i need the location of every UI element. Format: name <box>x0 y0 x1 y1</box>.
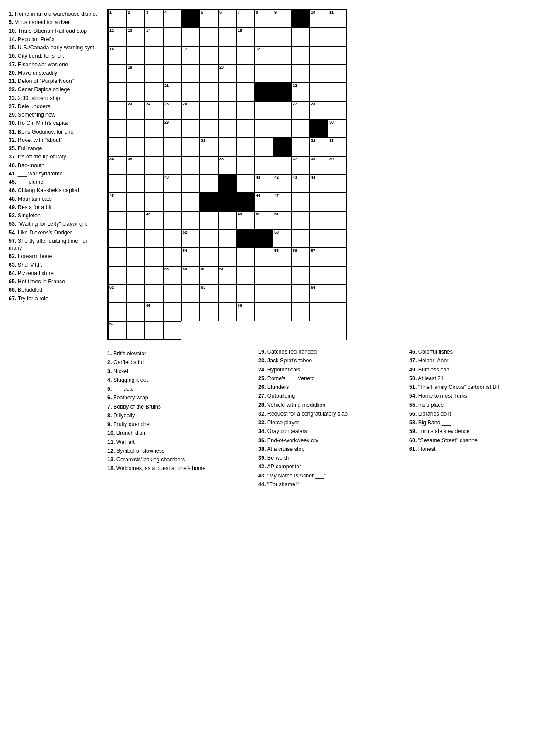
cell-r14-c6[interactable]: 63 <box>200 285 218 303</box>
cell-r10-c5[interactable]: 47 <box>273 193 291 211</box>
cell-r5-c10[interactable]: 26 <box>181 101 200 120</box>
cell-r9-c15[interactable] <box>181 193 200 211</box>
cell-r12-c14[interactable]: 55 <box>273 248 291 266</box>
cell-r13-c5[interactable] <box>145 266 163 285</box>
cell-r12-c2[interactable] <box>291 230 310 248</box>
cell-r2-c5[interactable] <box>218 28 236 46</box>
cell-r15-c2[interactable] <box>163 303 181 321</box>
cell-r1-c2[interactable]: 2 <box>126 10 145 28</box>
cell-r9-c7[interactable]: 42 <box>273 175 291 193</box>
cell-r9-c12[interactable] <box>126 193 145 211</box>
cell-r12-c12[interactable] <box>236 248 255 266</box>
cell-r3-c8[interactable] <box>310 46 328 65</box>
cell-r1-c4[interactable]: 4 <box>163 10 181 28</box>
cell-r5-c8[interactable]: 24 <box>145 101 163 120</box>
cell-r8-c13[interactable] <box>108 175 126 193</box>
cell-r13-c13[interactable] <box>291 266 310 285</box>
cell-r9-c8[interactable]: 43 <box>291 175 310 193</box>
cell-r10-c4[interactable]: 46 <box>255 193 273 211</box>
cell-r2-c11[interactable] <box>328 28 346 46</box>
cell-r8-c11[interactable]: 38 <box>310 156 328 175</box>
cell-r8-c4[interactable] <box>181 156 200 175</box>
cell-r15-c13[interactable] <box>126 321 145 340</box>
cell-r14-c12[interactable]: 64 <box>310 285 328 303</box>
cell-r6-c3[interactable] <box>328 101 346 120</box>
cell-r11-c7[interactable] <box>108 230 126 248</box>
cell-r6-c8[interactable] <box>181 120 200 138</box>
cell-r14-c1[interactable]: 62 <box>108 285 126 303</box>
cell-r1-c3[interactable]: 3 <box>145 10 163 28</box>
cell-r6-c2[interactable]: 28 <box>310 101 328 120</box>
cell-r6-c14[interactable] <box>291 120 310 138</box>
cell-r14-c15[interactable] <box>126 303 145 321</box>
cell-r11-c3[interactable]: 51 <box>273 211 291 230</box>
cell-r13-c15[interactable] <box>328 266 346 285</box>
cell-r3-c14[interactable] <box>181 65 200 83</box>
cell-r6-c7[interactable]: 29 <box>163 120 181 138</box>
cell-r2-c7[interactable] <box>255 28 273 46</box>
cell-r2-c4[interactable] <box>200 28 218 46</box>
cell-r12-c6[interactable] <box>126 248 145 266</box>
cell-r14-c10[interactable] <box>273 285 291 303</box>
cell-r5-c12[interactable] <box>218 101 236 120</box>
cell-r11-c8[interactable] <box>126 230 145 248</box>
cell-r6-c13[interactable] <box>273 120 291 138</box>
cell-r8-c15[interactable] <box>145 175 163 193</box>
cell-r6-c9[interactable] <box>200 120 218 138</box>
cell-r15-c15[interactable] <box>163 321 181 340</box>
cell-r9-c5[interactable] <box>236 175 255 193</box>
cell-r3-c3[interactable] <box>218 46 236 65</box>
cell-r4-c5[interactable] <box>291 65 310 83</box>
cell-r14-c11[interactable] <box>291 285 310 303</box>
cell-r15-c11[interactable] <box>328 303 346 321</box>
cell-r3-c12[interactable] <box>145 65 163 83</box>
cell-r8-c14[interactable] <box>126 175 145 193</box>
cell-r11-c11[interactable]: 52 <box>181 230 200 248</box>
cell-r12-c7[interactable] <box>145 248 163 266</box>
cell-r11-c12[interactable] <box>200 230 218 248</box>
cell-r14-c5[interactable] <box>181 285 200 303</box>
cell-r7-c14[interactable]: 33 <box>328 138 346 156</box>
cell-r13-c8[interactable]: 60 <box>200 266 218 285</box>
cell-r15-c7[interactable] <box>255 303 273 321</box>
cell-r12-c4[interactable] <box>328 230 346 248</box>
cell-r4-c3[interactable] <box>255 65 273 83</box>
cell-r2-c2[interactable] <box>163 28 181 46</box>
cell-r5-c4[interactable] <box>310 83 328 101</box>
cell-r15-c6[interactable]: 66 <box>236 303 255 321</box>
cell-r10-c7[interactable] <box>310 193 328 211</box>
cell-r13-c1[interactable]: 57 <box>310 248 328 266</box>
cell-r4-c4[interactable] <box>273 65 291 83</box>
cell-r14-c13[interactable] <box>328 285 346 303</box>
cell-r4-c15[interactable] <box>236 83 255 101</box>
cell-r5-c7[interactable]: 23 <box>126 101 145 120</box>
cell-r9-c9[interactable]: 44 <box>310 175 328 193</box>
cell-r2-c1[interactable]: 14 <box>145 28 163 46</box>
cell-r5-c3[interactable]: 22 <box>291 83 310 101</box>
cell-r9-c14[interactable] <box>163 193 181 211</box>
cell-r9-c6[interactable]: 41 <box>255 175 273 193</box>
cell-r9-c10[interactable] <box>328 175 346 193</box>
cell-r1-c9[interactable]: 8 <box>255 10 273 28</box>
cell-r8-c5[interactable] <box>200 156 218 175</box>
cell-r3-c13[interactable] <box>163 65 181 83</box>
cell-r5-c13[interactable] <box>236 101 255 120</box>
cell-r3-c15[interactable] <box>200 65 218 83</box>
cell-r7-c12[interactable] <box>291 138 310 156</box>
cell-r13-c10[interactable] <box>236 266 255 285</box>
cell-r12-c9[interactable]: 54 <box>181 248 200 266</box>
cell-r3-c9[interactable] <box>328 46 346 65</box>
cell-r12-c8[interactable] <box>163 248 181 266</box>
cell-r10-c14[interactable] <box>200 211 218 230</box>
cell-r7-c6[interactable] <box>181 138 200 156</box>
cell-r13-c9[interactable]: 61 <box>218 266 236 285</box>
cell-r2-c9[interactable] <box>291 28 310 46</box>
cell-r13-c11[interactable] <box>255 266 273 285</box>
cell-r2-c3[interactable] <box>181 28 200 46</box>
cell-r4-c6[interactable] <box>310 65 328 83</box>
cell-r8-c2[interactable] <box>145 156 163 175</box>
cell-r2-c8[interactable] <box>273 28 291 46</box>
cell-r11-c13[interactable] <box>218 230 236 248</box>
cell-r14-c3[interactable] <box>145 285 163 303</box>
cell-r10-c12[interactable] <box>163 211 181 230</box>
